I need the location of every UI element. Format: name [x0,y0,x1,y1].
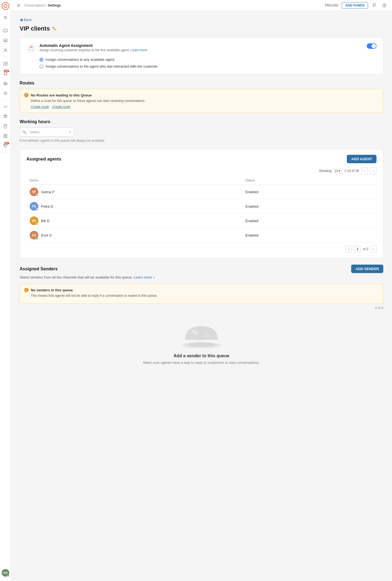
senders-learn-more-link[interactable]: Learn more ↗ [134,275,155,279]
sidebar-expand-icon[interactable] [1,13,10,22]
routes-heading: Routes [20,81,383,86]
tags-badge: 99+ [4,142,9,144]
bottom-next-button[interactable]: › [370,246,376,252]
pricing-link[interactable]: PRICING [325,4,338,7]
auto-assignment-toggle[interactable] [367,43,376,49]
showing-label: Showing [319,169,332,173]
assigned-senders-section: Assigned Senders ADD SENDER Select sende… [20,265,383,376]
table-controls: Showing 10 ▾ 1-10 of 30 ‹ › [26,168,376,174]
svg-point-1 [5,49,6,50]
aaa-title: Automatic Agent Assignment [39,43,147,48]
breadcrumb-separator: / [46,4,47,7]
sidebar-conversations-icon[interactable] [1,26,10,35]
empty-state-desc: Make sure agents have a way to reply to … [143,361,260,365]
senders-warning-icon: ! [24,288,29,292]
svg-rect-9 [4,134,5,138]
agent-status-dot [36,194,38,196]
sidebar-contacts-icon[interactable] [1,46,10,55]
agent-status-dot [36,208,38,211]
name-column-header: Name [26,176,242,185]
radio-last-agent-circle [39,65,43,68]
svg-point-8 [5,115,7,116]
sidebar-inbox-icon[interactable] [1,36,10,45]
sidebar-analytics-icon[interactable] [1,102,10,111]
status-column-header: Status [242,176,376,185]
agent-status: Enabled [242,199,376,214]
per-page-value: 10 [335,169,338,173]
bottom-pagination: ‹ of 2 › [26,246,376,252]
table-row: SP Selma P Enabled [26,185,376,199]
sidebar-notes-icon[interactable] [1,122,10,131]
next-page-button[interactable]: › [370,168,376,174]
agent-avatar: ES [30,231,38,240]
agent-name-cell: ES Emir S [30,231,239,240]
back-arrow-icon: ◀ [20,17,23,22]
prev-page-button[interactable]: ‹ [361,168,368,174]
agent-status: Enabled [242,214,376,228]
agents-table: Name Status SP Selma P Enabled [26,176,376,243]
showing-label-wrap: Showing 10 ▾ [319,168,342,174]
logo[interactable] [2,2,9,10]
back-link[interactable]: ◀ Back [20,17,32,22]
radio-last-agent-label: Assign conversations to the agent who la… [45,64,158,68]
edit-title-icon[interactable]: ✏️ [52,26,57,31]
breadcrumb: Conversations / Settings [24,4,61,7]
aaa-options: Assign conversations to any available ag… [39,58,376,68]
flag-icon[interactable] [371,2,378,9]
agent-status-dot [36,237,38,240]
radio-any-agent[interactable]: Assign conversations to any available ag… [39,58,376,62]
create-route-link-2[interactable]: Create route [52,105,71,109]
svg-point-11 [4,145,5,145]
per-page-select[interactable]: 10 ▾ [333,168,342,174]
senders-warning-banner: ! No senders in this queue This means th… [20,284,383,304]
bottom-prev-button[interactable]: ‹ [345,246,352,252]
external-link-icon: ↗ [153,276,155,279]
back-label: Back [24,18,32,22]
radio-last-agent[interactable]: Assign conversations to the agent who la… [39,64,376,68]
help-icon[interactable] [381,2,388,9]
learn-more-link[interactable]: Learn more [131,48,147,52]
add-agent-button[interactable]: ADD AGENT [347,155,376,163]
svg-point-14 [27,44,35,52]
main-content: ◀ Back VIP clients ✏️ Automatic Agent As… [11,11,392,581]
table-row: BD Bill D Enabled [26,214,376,228]
working-hours-hint: If not defined, agents in this queue wil… [20,139,383,143]
sidebar-reports-icon[interactable] [1,59,10,68]
agent-name-cell: BD Bill D [30,216,239,225]
routes-section: Routes ! No Routes are leading to this Q… [20,81,383,113]
sidebar-teams-icon[interactable] [1,112,10,121]
page-title: VIP clients [20,25,50,32]
senders-count-label: 0 of 0 [20,306,383,310]
agent-avatar: SP [30,187,38,196]
svg-point-7 [4,115,5,116]
sidebar-tags-icon[interactable]: 99+ [1,141,10,150]
agent-name: Petra D [41,204,53,208]
sidebar-settings-icon[interactable] [1,89,10,98]
create-route-link-1[interactable]: Create route [31,105,49,109]
expand-sidebar-button[interactable] [15,2,22,9]
empty-illustration [177,321,226,348]
empty-state-title: Add a sender to this queue [173,353,229,358]
working-hours-select-wrap: 🔍 Select ▼ [20,128,74,137]
agent-name-cell: SP Selma P [30,187,239,196]
svg-point-6 [5,93,6,94]
select-chevron-icon: ▼ [69,131,71,134]
svg-point-19 [192,330,195,332]
sidebar-library-icon[interactable] [1,132,10,140]
aaa-text-block: Automatic Agent Assignment Assign incomi… [39,43,147,52]
table-row: ES Emir S Enabled [26,228,376,243]
select-placeholder: Select [30,130,39,134]
table-row: PD Petra D Enabled [26,199,376,214]
add-funds-button[interactable]: ADD FUNDS [342,2,368,9]
sidebar-notifications-icon[interactable]: WW [1,69,10,78]
add-sender-button[interactable]: ADD SENDER [351,265,383,273]
sidebar-bot-icon[interactable] [1,79,10,88]
working-hours-select[interactable]: Select [20,128,74,137]
agent-name-cell: PD Petra D [30,202,239,211]
auto-assignment-icon [26,43,36,53]
routes-warning-desc: Define a route for this queue so these a… [31,99,379,103]
breadcrumb-parent: Conversations [24,4,45,7]
working-hours-heading: Working hours [20,119,383,124]
page-number-input[interactable] [354,246,361,252]
user-avatar[interactable]: WW [2,569,9,577]
